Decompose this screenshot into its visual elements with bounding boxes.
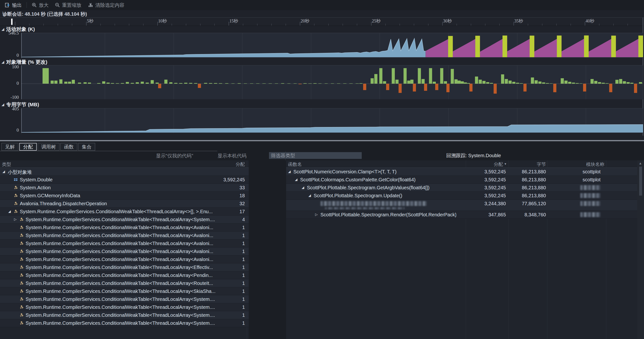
ruler-tick — [286, 24, 286, 26]
type-row[interactable]: System.Runtime.CompilerServices.Conditio… — [0, 232, 249, 240]
ruler-tick — [499, 24, 500, 26]
native-code-toggle[interactable]: 显示本机代码 — [218, 152, 246, 159]
class-icon — [19, 233, 24, 238]
tab-collections[interactable]: 集合 — [78, 143, 95, 151]
class-icon — [14, 201, 18, 206]
function-row[interactable]: ◢ScottPlot.NumericConversion.Clamp<T>(T,… — [286, 168, 637, 176]
type-row[interactable]: System.Runtime.CompilerServices.Conditio… — [0, 295, 249, 303]
type-row[interactable]: System.Runtime.CompilerServices.Conditio… — [0, 287, 249, 295]
scrollbar-thumb[interactable] — [639, 166, 642, 196]
type-row[interactable]: System.Double3,592,245 — [0, 176, 249, 184]
ruler-label: 15秒 — [230, 18, 238, 24]
allocation-count: 33 — [205, 185, 245, 190]
allocation-count: 1 — [205, 288, 245, 294]
expander-open-icon[interactable]: ◢ — [8, 209, 11, 213]
collapse-icon[interactable]: ◢ — [2, 60, 4, 64]
type-row[interactable]: ◢小型对象堆 — [0, 168, 249, 176]
allocation-count: 1 — [205, 280, 245, 286]
type-row[interactable]: System.Runtime.CompilerServices.Conditio… — [0, 279, 249, 287]
function-name: ScottPlot.Colormaps.CustomPalette.GetCol… — [300, 177, 456, 182]
redacted-module-name — [580, 201, 600, 206]
expander-open-icon[interactable]: ◢ — [302, 186, 304, 189]
ruler-tick — [186, 24, 186, 26]
object-delta-chart[interactable] — [21, 65, 643, 99]
ruler-tick — [143, 24, 144, 26]
tab-functions[interactable]: 函数 — [60, 143, 77, 151]
class-icon — [19, 241, 24, 246]
expander-closed-icon[interactable]: ▷ — [14, 217, 17, 221]
function-row[interactable]: ◢ScottPlot.Plottable.Spectrogram.GetArgb… — [286, 184, 637, 192]
types-grid: 类型分配◢小型对象堆System.Double3,592,245System.A… — [0, 160, 249, 339]
allocation-count: 1 — [205, 320, 245, 326]
column-header-module[interactable]: 模块名称 — [286, 161, 604, 168]
type-row[interactable]: System.Runtime.CompilerServices.Conditio… — [0, 303, 249, 311]
ruler-label: 30秒 — [443, 18, 452, 24]
output-button[interactable]: 输出 — [2, 1, 24, 9]
scroll-up-icon[interactable]: ▲ — [639, 161, 642, 165]
ruler-tick — [485, 24, 485, 26]
live-objects-ymin-label: 0 — [2, 53, 19, 58]
expander-open-icon[interactable]: ◢ — [288, 170, 291, 173]
ruler-tick — [100, 24, 101, 26]
private-bytes-chart[interactable] — [21, 108, 643, 133]
reset-zoom-button[interactable]: 重置缩放 — [52, 1, 84, 9]
type-row[interactable]: System.Runtime.CompilerServices.Conditio… — [0, 311, 249, 319]
type-row[interactable]: System.Runtime.CompilerServices.Conditio… — [0, 272, 249, 279]
ruler-label: 5秒 — [87, 18, 94, 24]
clear-selection-button[interactable]: 清除选定内容 — [85, 1, 127, 9]
class-icon — [19, 265, 24, 270]
type-row[interactable]: ▷System.Runtime.CompilerServices.Conditi… — [0, 216, 249, 224]
ruler-label: 25秒 — [372, 18, 380, 24]
function-row[interactable]: ◢ScottPlot.Plottable.Spectrogram.Update(… — [286, 192, 637, 200]
type-row[interactable]: System.Runtime.CompilerServices.Conditio… — [0, 264, 249, 272]
tab-allocations[interactable]: 分配 — [19, 143, 37, 151]
ruler-tick — [86, 22, 86, 26]
tab-strip: 见解分配调用树函数集合 — [2, 143, 95, 151]
expander-open-icon[interactable]: ◢ — [308, 194, 311, 197]
zoom-in-button[interactable]: 放大 — [29, 1, 51, 9]
ruler-tick — [229, 22, 229, 26]
tab-insights[interactable]: 见解 — [2, 143, 18, 151]
filter-type-input[interactable] — [269, 152, 362, 159]
ruler-tick — [29, 24, 30, 26]
just-my-code-toggle[interactable]: 显示"仅我的代码" — [156, 152, 193, 159]
allocation-count: 3,592,245 — [455, 193, 506, 198]
ruler-label: 40秒 — [586, 18, 594, 24]
type-row[interactable]: System.GCMemoryInfoData18 — [0, 192, 249, 200]
type-row[interactable]: System.Runtime.CompilerServices.Conditio… — [0, 319, 249, 327]
type-row[interactable]: System.Runtime.CompilerServices.Conditio… — [0, 224, 249, 232]
ruler-tick — [613, 24, 614, 26]
object-delta-ymax-label: 100 — [2, 64, 19, 70]
expander-closed-icon[interactable]: ▷ — [315, 212, 318, 216]
type-row[interactable]: ◢System.Runtime.CompilerServices.Conditi… — [0, 208, 249, 216]
function-row[interactable]: 3,244,38077,865,120 — [286, 200, 637, 211]
type-row[interactable]: System.Runtime.CompilerServices.Conditio… — [0, 248, 249, 256]
timeline-ruler[interactable]: 5秒10秒15秒20秒25秒30秒35秒40秒 — [0, 18, 644, 26]
column-header-allocations[interactable]: 分配 — [0, 161, 245, 168]
tab-call-tree[interactable]: 调用树 — [38, 143, 60, 151]
playhead-marker[interactable] — [11, 18, 12, 25]
toolbar: 输出 放大 重置缩放 — [0, 0, 644, 10]
class-icon — [19, 225, 24, 230]
allocation-count: 1 — [205, 257, 245, 262]
vertical-scrollbar[interactable]: ▲ — [637, 160, 644, 339]
zoom-in-icon — [32, 2, 37, 8]
type-row[interactable]: System.Action33 — [0, 184, 249, 192]
ruler-tick — [514, 22, 514, 26]
ruler-tick — [556, 24, 556, 26]
reset-zoom-icon — [55, 2, 60, 8]
function-row[interactable]: ▷ScottPlot.Plottable.Spectrogram.Render(… — [286, 211, 637, 219]
allocation-count: 3,592,245 — [205, 177, 245, 182]
ruler-tick — [343, 24, 343, 26]
type-row[interactable]: System.Runtime.CompilerServices.Conditio… — [0, 256, 249, 264]
detail-pane: 见解分配调用树函数集合 显示"仅我的代码" 显示本机代码 回溯跟踪: Syste… — [0, 141, 644, 160]
type-row[interactable]: System.Runtime.CompilerServices.Conditio… — [0, 240, 249, 248]
ruler-tick — [471, 24, 471, 26]
type-row[interactable]: Avalonia.Threading.DispatcherOperation32 — [0, 200, 249, 208]
session-summary: 诊断会话: 48.104 秒 (已选择 48.104 秒) — [2, 10, 87, 18]
live-objects-chart[interactable] — [21, 33, 643, 58]
class-icon — [14, 194, 18, 198]
function-row[interactable]: ◢ScottPlot.Colormaps.CustomPalette.GetCo… — [286, 176, 637, 184]
expander-open-icon[interactable]: ◢ — [2, 170, 5, 173]
expander-open-icon[interactable]: ◢ — [295, 178, 298, 181]
